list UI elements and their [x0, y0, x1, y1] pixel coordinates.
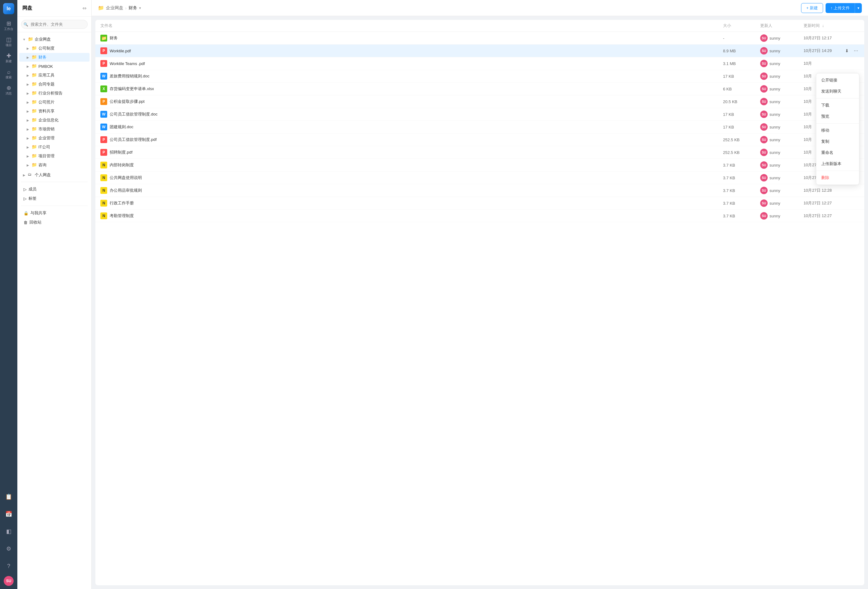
sidebar-item-tags[interactable]: ▷ 标签 [17, 194, 92, 203]
avatar: SU [760, 212, 768, 219]
table-row[interactable]: N 办公用品审批规则 3.7 KB SU sunny 10月27日 12:28 [95, 184, 864, 197]
new-button[interactable]: + 新建 [801, 3, 823, 13]
tree-item-company-photos[interactable]: ▶ 📁 公司照片 [19, 98, 90, 106]
file-action-buttons: ⬇ ⋯ [844, 48, 859, 54]
folder-icon: 📁 [32, 90, 37, 96]
table-row[interactable]: P Worktile Teams .pdf 3.1 MB SU sunny 10… [95, 57, 864, 70]
tree-item-project-mgmt[interactable]: ▶ 📁 项目管理 [19, 152, 90, 161]
folder-icon: 📁 [32, 63, 37, 69]
avatar: SU [760, 47, 768, 54]
sidebar-item-create[interactable]: ✚ 新建 [1, 51, 16, 66]
chevron-down-icon: ▼ [22, 37, 27, 42]
sidebar-item-members[interactable]: ▷ 成员 [17, 184, 92, 194]
tree-item-enterprise-drive[interactable]: ▼ 📁 企业网盘 [19, 35, 90, 44]
tree-item-contracts[interactable]: ▶ 📁 合同专题 [19, 80, 90, 88]
context-menu-item-upload-version[interactable]: 上传新版本 [816, 158, 859, 169]
download-button[interactable]: ⬇ [844, 48, 850, 54]
table-row[interactable]: P 公司员工借款管理制度.pdf 252.5 KB SU sunny 10月 [95, 134, 864, 146]
tree-item-marketing[interactable]: ▶ 📁 市场营销 [19, 125, 90, 134]
context-menu-item-move[interactable]: 移动 [816, 125, 859, 136]
sidebar-item-projects[interactable]: ◫ 项目 [1, 35, 16, 50]
main-content: 📁 企业网盘 › 财务 ▾ + 新建 ↑ 上传文件 ▾ 文件名 大小 更新人 更… [92, 0, 868, 589]
sidebar-item-tasks[interactable]: ◧ [1, 524, 16, 539]
tree-item-resource-sharing[interactable]: ▶ 📁 资料共享 [19, 107, 90, 115]
breadcrumb-current: 财务 [128, 5, 137, 11]
table-row[interactable]: P 公积金提取步骤.ppt 20.5 KB SU sunny 10月 [95, 96, 864, 108]
table-row[interactable]: W 团建规则.doc 17 KB SU sunny 10月 [95, 121, 864, 134]
folder-icon: 📁 [32, 117, 37, 123]
folder-icon: 📁 [32, 108, 37, 114]
file-size-cell: 3.7 KB [723, 201, 760, 206]
sidebar-divider-2 [21, 206, 88, 206]
sidebar-item-messages[interactable]: ⊕ 消息 [1, 83, 16, 98]
more-options-button[interactable]: ⋯ [853, 48, 859, 54]
file-size-cell: 3.7 KB [723, 175, 760, 180]
context-menu-item-delete[interactable]: 删除 [816, 172, 859, 183]
table-row[interactable]: N 考勤管理制度 3.7 KB SU sunny 10月27日 12:27 [95, 210, 864, 222]
table-row[interactable]: N 行政工作手册 3.7 KB SU sunny 10月27日 12:27 [95, 197, 864, 210]
folder-icon: 📁 [32, 162, 37, 168]
tree-item-personal-drive[interactable]: ▶ 🗂 个人网盘 [19, 171, 90, 179]
sidebar-item-settings[interactable]: ⚙ [1, 541, 16, 556]
context-menu-item-preview[interactable]: 预览 [816, 111, 859, 122]
sidebar-item-calendar[interactable]: 📅 [1, 507, 16, 521]
upload-button[interactable]: ↑ 上传文件 [825, 3, 855, 13]
sidebar-item-recycle-bin[interactable]: 🗑 回收站 [17, 218, 92, 227]
tree-item-finance[interactable]: ▶ 📁 财务 [19, 53, 90, 62]
chevron-right-icon: ▶ [25, 91, 30, 96]
file-size-cell: 17 KB [723, 74, 760, 79]
tree-item-enterprise-mgmt[interactable]: ▶ 📁 企业管理 [19, 134, 90, 143]
table-row[interactable]: W 公司员工借款管理制度.doc 17 KB SU sunny 10月 [95, 108, 864, 121]
context-menu-item-send-chat[interactable]: 发送到聊天 [816, 86, 859, 97]
sidebar-item-search[interactable]: ⌕ 搜索 [1, 67, 16, 82]
breadcrumb-folder-icon: 📁 [98, 5, 104, 11]
table-row[interactable]: N 内部转岗制度 3.7 KB SU sunny 10月27日 12:29 [95, 159, 864, 172]
folder-icon: 📁 [32, 126, 37, 132]
sidebar-collapse-button[interactable]: ⇔ [83, 5, 86, 11]
tree-item-consulting[interactable]: ▶ 📁 咨询 [19, 161, 90, 169]
file-size-cell: - [723, 36, 760, 41]
upload-dropdown-button[interactable]: ▾ [855, 3, 862, 13]
chevron-right-icon: ▶ [25, 163, 30, 168]
column-time[interactable]: 更新时间 ↓ [803, 23, 859, 28]
avatar: SU [760, 149, 768, 156]
tree-item-enterprise-it[interactable]: ▶ 📁 企业信息化 [19, 116, 90, 125]
file-time-cell: 10月27日 12:27 [803, 213, 859, 219]
context-menu-item-rename[interactable]: 重命名 [816, 147, 859, 158]
sidebar-item-clipboard[interactable]: 📋 [1, 489, 16, 504]
chevron-right-icon: ▶ [25, 144, 30, 150]
file-list: 📁 财务 - SU sunny 10月27日 12:17 P Worktile.… [95, 32, 864, 585]
context-menu-item-public-link[interactable]: 公开链接 [816, 75, 859, 86]
app-logo[interactable]: Ie [3, 3, 14, 14]
context-menu-item-download[interactable]: 下载 [816, 100, 859, 111]
file-time-cell: 10月27日 12:17 [803, 35, 859, 41]
table-row[interactable]: P 招聘制度.pdf 252.5 KB SU sunny 10月 [95, 146, 864, 159]
breadcrumb-dropdown-icon[interactable]: ▾ [139, 6, 141, 10]
user-avatar[interactable]: SU [4, 576, 13, 586]
sidebar-item-help[interactable]: ? [1, 559, 16, 574]
file-name-cell: N 行政工作手册 [100, 200, 723, 206]
tree-item-company-system[interactable]: ▶ 📁 公司制度 [19, 44, 90, 53]
table-row[interactable]: X 存货编码变更申请单.xlsx 6 KB SU sunny 10月 [95, 83, 864, 96]
table-row[interactable]: P Worktile.pdf 8.9 MB SU sunny 10月27日 14… [95, 44, 864, 57]
folder-icon: 📁 [32, 144, 37, 150]
breadcrumb-root[interactable]: 企业网盘 [106, 5, 123, 11]
folder-icon: 📁 [32, 72, 37, 78]
tree-item-it-company[interactable]: ▶ 📁 IT公司 [19, 143, 90, 152]
pdf-file-icon: P [100, 149, 107, 156]
search-input[interactable] [21, 20, 88, 29]
table-row[interactable]: W 差旅费用报销规则.doc 17 KB SU sunny 10月 [95, 70, 864, 83]
tree-item-industry-reports[interactable]: ▶ 📁 行业分析报告 [19, 89, 90, 97]
tree-item-tools[interactable]: ▶ 📁 应用工具 [19, 71, 90, 80]
doc-file-icon: W [100, 124, 107, 130]
file-name-cell: 📁 财务 [100, 35, 723, 41]
topbar: 📁 企业网盘 › 财务 ▾ + 新建 ↑ 上传文件 ▾ [92, 0, 868, 16]
context-menu-item-copy[interactable]: 复制 [816, 136, 859, 147]
table-row[interactable]: 📁 财务 - SU sunny 10月27日 12:17 [95, 32, 864, 44]
table-row[interactable]: N 公共网盘使用说明 3.7 KB SU sunny 10月27日 12:29 [95, 172, 864, 184]
avatar: SU [760, 199, 768, 207]
tree-item-pmbok[interactable]: ▶ 📁 PMBOK [19, 62, 90, 71]
sidebar-item-shared-with-me[interactable]: 🔒 与我共享 [17, 208, 92, 218]
file-updater-cell: SU sunny [760, 212, 803, 219]
sidebar-item-worktable[interactable]: ⊞ 工作台 [1, 19, 16, 34]
